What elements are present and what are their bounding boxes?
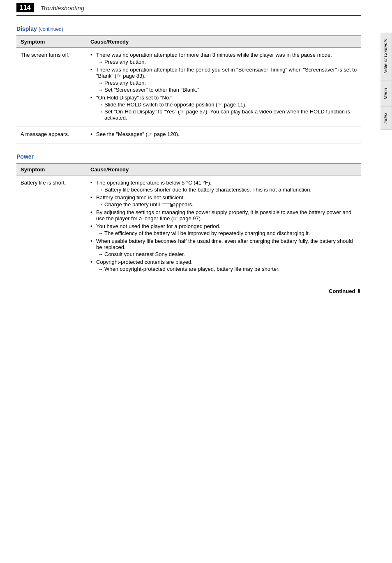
remedy-list: See the "Messages" (☞ page 120). [90,131,357,137]
remedy-cell: The operating temperature is below 5 °C … [86,175,361,278]
table-row: The screen turns off. There was no opera… [16,48,361,127]
list-item: Set "On-Hold Display" to "Yes" (☞ page 5… [96,108,357,121]
table-row: Battery life is short. The operating tem… [16,175,361,278]
list-item: There was no operation attempted for mor… [90,52,357,65]
list-item: The operating temperature is below 5 °C … [90,180,357,193]
page-header: 114 Troubleshooting [16,0,361,16]
page-title: Troubleshooting [41,5,84,12]
display-section: Display (continued) Symptom Cause/Remedy… [16,25,361,143]
symptom-cell: The screen turns off. [16,48,86,127]
symptom-cell: A massage appears. [16,127,86,143]
symptom-cell: Battery life is short. [16,175,86,278]
list-item: When usable battery life becomes half th… [90,238,357,257]
main-content: 114 Troubleshooting Display (continued) … [0,0,378,311]
battery-icon [162,203,171,207]
list-item: You have not used the player for a prolo… [90,223,357,236]
remedy-cell: See the "Messages" (☞ page 120). [86,127,361,143]
power-section: Power Symptom Cause/Remedy Battery life … [16,153,361,278]
list-item: There was no operation attempted for the… [90,67,357,93]
remedy-list: There was no operation attempted for mor… [90,52,357,121]
sidebar-item-index[interactable]: Index [380,106,392,130]
power-table: Symptom Cause/Remedy Battery life is sho… [16,163,361,278]
list-item: See the "Messages" (☞ page 120). [90,131,357,137]
list-item: Consult your nearest Sony dealer. [96,251,357,257]
list-item: Copyright-protected contents are played.… [90,259,357,272]
power-col-symptom: Symptom [16,164,86,175]
remedy-cell: There was no operation attempted for mor… [86,48,361,127]
list-item: Battery charging time is not sufficient.… [90,194,357,208]
sidebar-item-menu[interactable]: Menu [380,82,392,106]
list-item: Press any button. [96,59,357,65]
continued-label: Continued [329,288,355,294]
list-item: Charge the battery until appears. [96,201,357,208]
list-item: "On-Hold Display" is set to "No." Slide … [90,95,357,121]
power-col-cause: Cause/Remedy [86,164,361,175]
display-continued-label: (continued) [39,26,63,32]
display-col-symptom: Symptom [16,36,86,48]
sidebar-item-table-of-contents[interactable]: Table of Contents [380,33,392,81]
continued-footer: Continued ⇓ [16,288,361,294]
table-row: A massage appears. See the "Messages" (☞… [16,127,361,143]
display-col-cause: Cause/Remedy [86,36,361,48]
list-item: Battery life becomes shorter due to the … [96,187,357,193]
display-table: Symptom Cause/Remedy The screen turns of… [16,35,361,143]
list-item: When copyright-protected contents are pl… [96,266,357,272]
list-item: Set "Screensaver" to other than "Blank." [96,87,357,93]
list-item: Press any button. [96,80,357,86]
power-section-heading: Power [16,153,361,160]
side-tabs: Table of Contents Menu Index [380,33,392,131]
list-item: Slide the HOLD switch to the opposite po… [96,102,357,108]
list-item: The efficiency of the battery will be im… [96,230,357,236]
list-item: By adjusting the settings or managing th… [90,209,357,222]
display-section-heading: Display (continued) [16,25,361,32]
remedy-list: The operating temperature is below 5 °C … [90,180,357,272]
page-number: 114 [16,3,34,12]
